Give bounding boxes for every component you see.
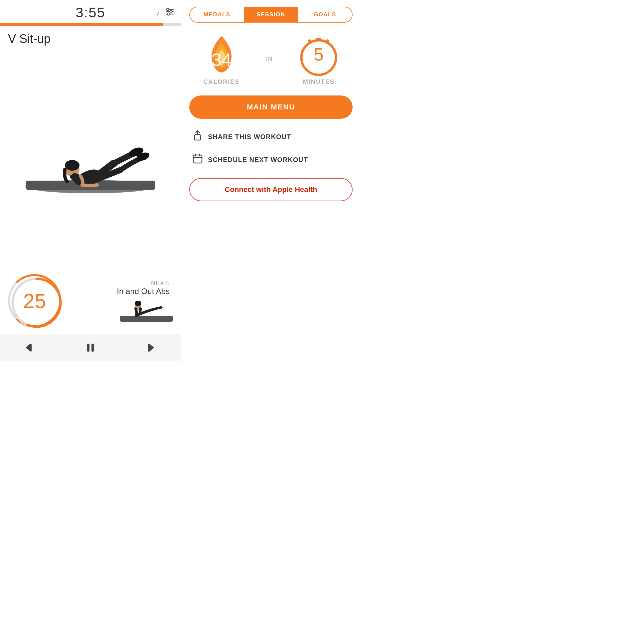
left-panel: 3:55 ♪ V Sit-up [0,0,181,361]
svg-rect-20 [87,344,89,352]
main-menu-button[interactable]: MAIN MENU [189,95,353,119]
share-label: SHARE THIS WORKOUT [208,133,291,141]
svg-marker-22 [149,344,154,352]
right-panel: MEDALS SESSION GOALS 34 CALORIES IN [181,0,361,361]
svg-rect-21 [91,344,94,352]
svg-point-17 [135,301,141,306]
next-label: NEXT: [151,280,170,287]
svg-rect-15 [120,316,173,322]
playback-controls [0,334,181,361]
svg-rect-23 [148,344,149,352]
exercise-title: V Sit-up [0,26,181,49]
exercise-image-area [0,49,181,271]
progress-bar-container [0,23,181,26]
rep-progress-ring [10,276,63,329]
svg-point-4 [170,11,172,13]
minutes-label: MINUTES [303,79,335,85]
next-section: NEXT: In and Out Abs [68,280,173,327]
svg-point-5 [167,13,170,15]
in-label: IN [266,56,272,63]
flame-icon: 34 [202,33,241,76]
calories-block: 34 CALORIES [202,33,241,85]
time-display: 3:55 [76,5,105,21]
sliders-icon[interactable] [165,8,174,18]
pause-button[interactable] [77,338,104,358]
calories-label: CALORIES [203,79,240,85]
next-exercise-thumbnail [120,297,173,324]
top-icons: ♪ [156,8,174,18]
tab-bar: MEDALS SESSION GOALS [189,7,353,23]
schedule-label: SCHEDULE NEXT WORKOUT [208,156,308,164]
next-exercise-name: In and Out Abs [117,287,170,296]
skip-back-button[interactable] [17,338,44,358]
tab-goals[interactable]: GOALS [298,7,352,22]
svg-point-10 [65,160,80,171]
top-bar: 3:55 ♪ [0,0,181,23]
music-icon[interactable]: ♪ [156,8,160,17]
calories-value: 34 [212,49,232,70]
schedule-workout-item[interactable]: SCHEDULE NEXT WORKOUT [189,149,353,171]
tab-session[interactable]: SESSION [244,7,298,22]
share-icon [193,130,203,144]
svg-rect-28 [195,135,201,140]
minutes-value: 5 [314,44,324,65]
svg-marker-18 [26,344,30,352]
svg-rect-29 [193,155,202,163]
progress-bar-fill [0,23,163,26]
exercise-illustration [21,123,160,197]
tab-medals[interactable]: MEDALS [190,7,244,22]
next-image-area [120,297,173,324]
stats-row: 34 CALORIES IN 5 MINUTE [189,33,353,85]
bottom-section: 25 NEXT: In and Out Abs [0,271,181,334]
svg-point-3 [167,8,169,11]
apple-health-button[interactable]: Connect with Apple Health [189,178,353,201]
calendar-icon [193,153,203,166]
minutes-block: 5 MINUTES [297,33,340,85]
share-workout-item[interactable]: SHARE THIS WORKOUT [189,125,353,149]
skip-forward-button[interactable] [137,338,164,358]
svg-rect-25 [316,38,321,41]
svg-rect-19 [30,344,32,352]
rep-counter-circle: 25 [8,274,61,327]
